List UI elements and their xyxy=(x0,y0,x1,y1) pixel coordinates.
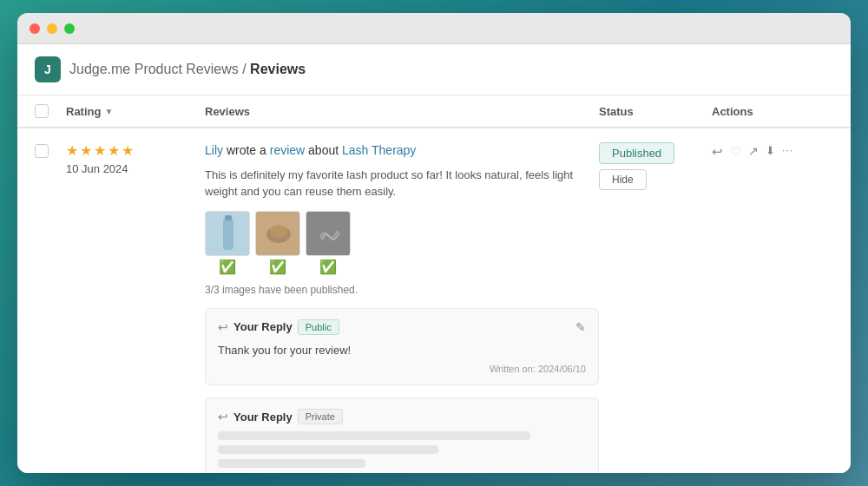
image-3-wrap: ✅ xyxy=(306,211,351,275)
public-reply-label: Your Reply xyxy=(233,320,293,333)
app-header: J Judge.me Product Reviews / Reviews xyxy=(17,44,851,95)
heart-action-icon[interactable]: ♡ xyxy=(730,144,741,160)
status-cell: Published Hide xyxy=(599,142,712,190)
public-reply-box: ↩ Your Reply Public ✎ Thank you for your… xyxy=(205,308,599,386)
image-1-check: ✅ xyxy=(219,259,236,275)
review-images-row: ✅ ✅ xyxy=(205,211,599,275)
actions-cell: ↩ ♡ ↗ ⬇ ··· xyxy=(712,142,833,160)
images-count-text: 3/3 images have been published. xyxy=(205,284,599,296)
maximize-button[interactable] xyxy=(64,23,75,34)
star-4: ★ xyxy=(108,142,120,159)
column-header-status: Status xyxy=(599,105,712,118)
header-checkbox[interactable] xyxy=(35,104,66,118)
star-5: ★ xyxy=(122,142,134,159)
svg-point-5 xyxy=(270,224,287,238)
rating-sort-icon: ▼ xyxy=(104,107,113,116)
private-reply-label: Your Reply xyxy=(233,410,293,424)
private-reply-box: ↩ Your Reply Private xyxy=(205,397,599,473)
public-reply-text: Thank you for your review! xyxy=(218,342,586,359)
svg-rect-1 xyxy=(223,219,233,250)
author-link[interactable]: Lily xyxy=(205,143,223,157)
image-thumb-1[interactable] xyxy=(205,211,250,256)
public-reply-date: Written on: 2024/06/10 xyxy=(218,364,586,374)
breadcrumb-main[interactable]: Judge.me Product Reviews xyxy=(69,62,239,76)
share-action-icon[interactable]: ↗ xyxy=(748,144,759,158)
skeleton-line-2 xyxy=(218,445,438,454)
app-title: Judge.me Product Reviews / Reviews xyxy=(69,62,306,77)
main-content: J Judge.me Product Reviews / Reviews Rat… xyxy=(17,44,851,473)
logo-letter: J xyxy=(44,62,51,76)
row-checkbox[interactable] xyxy=(35,144,49,158)
reviews-label: Reviews xyxy=(205,105,250,118)
review-content-cell: Lily wrote a review about Lash Therapy T… xyxy=(205,142,599,473)
review-body: This is definitely my favorite lash prod… xyxy=(205,167,599,200)
star-3: ★ xyxy=(94,142,106,159)
column-header-rating[interactable]: Rating ▼ xyxy=(66,105,205,118)
private-reply-badge: Private xyxy=(298,409,343,424)
image-1-wrap: ✅ xyxy=(205,211,250,275)
review-title-line: Lily wrote a review about Lash Therapy xyxy=(205,142,599,160)
skeleton-line-1 xyxy=(218,431,530,440)
table-row: ★ ★ ★ ★ ★ 10 Jun 2024 Lily wrote a revie… xyxy=(17,128,851,473)
star-1: ★ xyxy=(66,142,78,159)
about-text: about xyxy=(308,143,342,157)
breadcrumb-separator: / xyxy=(239,62,250,76)
image-thumb-2[interactable] xyxy=(255,211,300,256)
column-header-actions: Actions xyxy=(712,105,833,118)
app-window: J Judge.me Product Reviews / Reviews Rat… xyxy=(17,13,851,473)
minimize-button[interactable] xyxy=(47,23,57,34)
reply-action-icon[interactable]: ↩ xyxy=(712,144,723,160)
close-button[interactable] xyxy=(30,23,40,34)
private-reply-header-left: ↩ Your Reply Private xyxy=(218,409,343,424)
public-reply-arrow-icon: ↩ xyxy=(218,320,228,334)
hide-button[interactable]: Hide xyxy=(599,169,647,190)
status-badge: Published xyxy=(599,142,674,164)
public-reply-badge: Public xyxy=(298,319,339,335)
svg-rect-2 xyxy=(225,215,232,220)
breadcrumb-current: Reviews xyxy=(250,62,306,76)
rating-label: Rating xyxy=(66,105,101,118)
image-2-check: ✅ xyxy=(269,259,286,275)
table-header: Rating ▼ Reviews Status Actions xyxy=(17,95,851,128)
private-reply-skeleton xyxy=(218,431,586,468)
image-3-check: ✅ xyxy=(319,259,337,275)
wrote-text: wrote a xyxy=(227,143,266,157)
product-link[interactable]: Lash Therapy xyxy=(342,143,416,157)
star-2: ★ xyxy=(80,142,92,159)
public-reply-edit-button[interactable]: ✎ xyxy=(575,320,586,334)
private-reply-header: ↩ Your Reply Private xyxy=(218,409,586,424)
more-action-icon[interactable]: ··· xyxy=(782,144,793,156)
row-checkbox-cell xyxy=(35,142,66,158)
status-label: Status xyxy=(599,105,634,118)
app-logo: J xyxy=(35,56,61,82)
column-header-reviews: Reviews xyxy=(205,105,599,118)
save-action-icon[interactable]: ⬇ xyxy=(766,144,775,157)
public-reply-header-left: ↩ Your Reply Public xyxy=(218,319,339,335)
star-rating: ★ ★ ★ ★ ★ xyxy=(66,142,205,159)
review-link[interactable]: review xyxy=(270,143,305,157)
private-reply-arrow-icon: ↩ xyxy=(218,410,228,424)
rating-date-cell: ★ ★ ★ ★ ★ 10 Jun 2024 xyxy=(66,142,205,175)
titlebar xyxy=(17,13,851,44)
svg-rect-6 xyxy=(306,212,351,256)
image-thumb-3[interactable] xyxy=(306,211,351,256)
public-reply-header: ↩ Your Reply Public ✎ xyxy=(218,319,586,335)
actions-label: Actions xyxy=(712,105,753,118)
review-date: 10 Jun 2024 xyxy=(66,162,205,175)
image-2-wrap: ✅ xyxy=(255,211,300,275)
skeleton-line-3 xyxy=(218,459,365,468)
